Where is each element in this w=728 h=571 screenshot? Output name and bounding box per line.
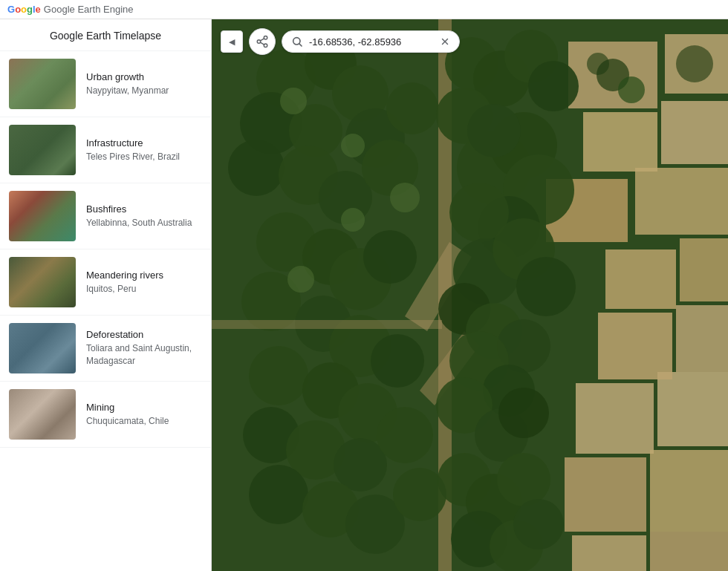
sidebar-item-title: Bushfires — [86, 203, 202, 215]
sidebar-item-bushfires[interactable]: Bushfires Yellabinna, South Australia — [0, 183, 211, 249]
sidebar-item-title: Meandering rivers — [86, 270, 202, 281]
sidebar-item-urban-growth[interactable]: Urban growth Naypyitaw, Myanmar — [0, 51, 211, 117]
svg-point-83 — [280, 88, 307, 114]
svg-rect-16 — [676, 305, 728, 372]
svg-point-65 — [377, 407, 433, 463]
sidebar-item-thumbnail — [9, 59, 76, 109]
sidebar-item-subtitle: Yellabinna, South Australia — [86, 217, 202, 229]
svg-rect-13 — [605, 249, 676, 309]
svg-point-86 — [287, 266, 314, 293]
sidebar-title: Google Earth Timelapse — [0, 19, 211, 51]
sidebar-item-thumbnail — [9, 257, 76, 307]
map-area[interactable]: ◀ — [212, 19, 728, 571]
svg-point-42 — [516, 257, 576, 316]
map-toolbar: ◀ — [221, 28, 460, 55]
svg-point-85 — [390, 183, 420, 212]
coordinates-search-input[interactable] — [309, 36, 434, 48]
svg-rect-9 — [565, 457, 646, 532]
sidebar-item-thumbnail — [9, 191, 76, 241]
close-icon — [440, 36, 450, 47]
search-icon — [291, 36, 303, 48]
map-canvas — [212, 19, 728, 571]
svg-rect-15 — [598, 313, 672, 379]
map-visual — [212, 19, 728, 571]
sidebar-item-infrastructure[interactable]: Infrastructure Teles Pires River, Brazil — [0, 117, 211, 183]
sidebar-item-thumbnail — [9, 389, 76, 440]
svg-rect-3 — [583, 112, 657, 172]
sidebar-item-subtitle: Iquitos, Peru — [86, 283, 202, 296]
svg-point-50 — [498, 388, 549, 438]
svg-rect-6 — [635, 168, 728, 235]
share-icon — [256, 35, 269, 48]
svg-point-72 — [497, 453, 550, 506]
sidebar-item-title: Deforestation — [86, 329, 202, 340]
sidebar-item-thumbnail — [9, 125, 76, 175]
sidebar-item-subtitle: Chuquicamata, Chile — [86, 415, 202, 428]
svg-rect-7 — [576, 383, 654, 454]
logo-g: G — [7, 4, 15, 15]
app-header: Google Google Earth Engine — [0, 0, 728, 19]
sidebar-item-subtitle: Teles Pires River, Brazil — [86, 151, 202, 163]
svg-point-31 — [228, 140, 285, 196]
app-title: Google Earth Engine — [44, 4, 134, 15]
svg-rect-12 — [650, 532, 728, 571]
svg-point-23 — [676, 45, 713, 82]
logo-o2: o — [21, 4, 27, 15]
svg-point-66 — [249, 465, 308, 524]
svg-rect-14 — [680, 238, 728, 301]
sidebar-item-title: Urban growth — [86, 71, 202, 82]
svg-rect-4 — [661, 101, 728, 164]
svg-rect-8 — [657, 372, 728, 446]
share-button[interactable] — [249, 28, 276, 55]
svg-point-75 — [513, 499, 564, 549]
svg-rect-82 — [212, 320, 442, 329]
svg-line-91 — [260, 42, 264, 45]
svg-point-59 — [249, 346, 308, 405]
svg-point-87 — [341, 208, 365, 232]
sidebar-list[interactable]: Urban growth Naypyitaw, Myanmar Infrastr… — [0, 51, 211, 571]
sidebar-item-mining[interactable]: Mining Chuquicamata, Chile — [0, 382, 211, 448]
sidebar-item-subtitle: Toliara and Saint Augustin, Madagascar — [86, 342, 202, 368]
sidebar-item-thumbnail — [9, 323, 76, 373]
collapse-icon: ◀ — [229, 37, 235, 47]
svg-point-84 — [341, 134, 365, 157]
sidebar-item-subtitle: Naypyitaw, Myanmar — [86, 85, 202, 97]
svg-line-94 — [299, 44, 302, 46]
sidebar-item-title: Infrastructure — [86, 137, 202, 149]
collapse-button[interactable]: ◀ — [221, 30, 243, 53]
svg-rect-10 — [650, 450, 728, 532]
search-bar[interactable] — [282, 30, 460, 53]
svg-rect-11 — [572, 535, 646, 571]
logo-o1: o — [15, 4, 21, 15]
svg-point-58 — [371, 334, 424, 388]
sidebar-item-meandering-rivers[interactable]: Meandering rivers Iquitos, Peru — [0, 249, 211, 316]
svg-point-22 — [587, 53, 609, 75]
svg-point-54 — [363, 230, 417, 284]
logo-g2: g — [27, 4, 33, 15]
svg-point-81 — [467, 104, 521, 157]
svg-line-92 — [260, 39, 264, 41]
sidebar: Google Earth Timelapse Urban growth Nayp… — [0, 19, 212, 571]
svg-point-21 — [618, 76, 645, 103]
search-clear-button[interactable] — [440, 36, 450, 47]
sidebar-item-deforestation[interactable]: Deforestation Toliara and Saint Augustin… — [0, 316, 211, 382]
svg-point-30 — [386, 82, 438, 134]
logo-e: e — [36, 4, 41, 15]
main-layout: Google Earth Timelapse Urban growth Nayp… — [0, 19, 728, 571]
svg-point-79 — [528, 61, 579, 111]
sidebar-item-title: Mining — [86, 402, 202, 413]
